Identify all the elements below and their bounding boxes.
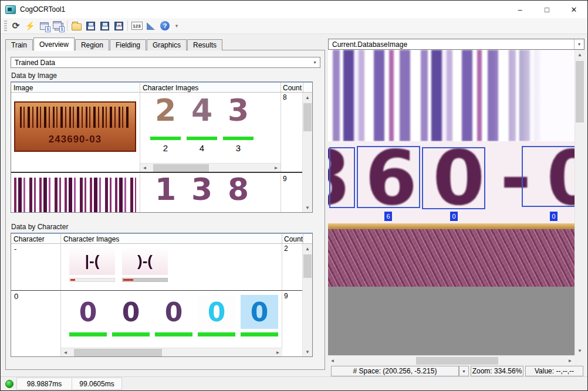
numeric-results-button[interactable]: 123	[130, 19, 144, 32]
char-sample-thumb[interactable]: 0	[112, 295, 150, 329]
scroll-down-arrow[interactable]: ▼	[303, 347, 312, 356]
badge-one: 1	[45, 26, 50, 32]
grid-vertical-scrollbar[interactable]: ▲ ▼	[302, 244, 312, 356]
green-bar	[150, 137, 181, 140]
grid-vertical-scrollbar[interactable]: ▲ ▼	[302, 93, 312, 212]
toolbar-overflow-button[interactable]: ▾	[173, 23, 180, 29]
scroll-thumb[interactable]	[153, 164, 209, 172]
scroll-up-arrow[interactable]: ▲	[303, 93, 312, 102]
image-display-frame: 860-0 6 0 0 ▲ ▼ ◄ ►	[328, 50, 584, 365]
char-result-label: 6	[384, 212, 392, 221]
char-sample-thumb[interactable]: 0	[198, 295, 235, 329]
open-file-button[interactable]	[69, 19, 83, 32]
maximize-button[interactable]: □	[533, 1, 560, 18]
texture-region	[328, 229, 575, 287]
scroll-down-arrow[interactable]: ▼	[303, 203, 312, 212]
data-by-image-label: Data by Image	[11, 72, 57, 80]
window-controls: – □ ✕	[506, 1, 587, 18]
cell-horizontal-scrollbar[interactable]: ◄ ►	[61, 348, 282, 356]
data-by-character-grid: Character Character Images Count - |-( )…	[11, 233, 313, 357]
arrow-mark	[119, 25, 123, 29]
column-header-character-images[interactable]: Character Images	[61, 234, 282, 243]
char-glyph[interactable]: 3	[184, 174, 220, 207]
char-sample-thumb[interactable]: )-(	[122, 247, 168, 275]
char-glyph[interactable]: 2	[147, 93, 184, 128]
tab-train[interactable]: Train	[5, 39, 33, 50]
column-header-character[interactable]: Character	[11, 234, 61, 243]
toolbar-grip	[4, 21, 7, 31]
close-button[interactable]: ✕	[560, 1, 587, 18]
export-image-button[interactable]	[111, 19, 126, 32]
char-glyph[interactable]: 3	[220, 93, 256, 128]
tab-fielding[interactable]: Fielding	[110, 39, 146, 50]
scroll-right-arrow[interactable]: ►	[272, 164, 281, 172]
table-row[interactable]: 0 0 0 0 0 0	[11, 291, 302, 356]
execution-time-2: 99.0605ms	[72, 378, 122, 390]
char-sample-thumb[interactable]: 0	[69, 295, 107, 329]
char-result-label: 0	[450, 212, 458, 221]
column-header-image[interactable]: Image	[11, 83, 140, 92]
run-once-button[interactable]: ⚡	[23, 19, 37, 32]
table-row[interactable]: 243690-03 2 4 3	[11, 93, 302, 173]
char-sample-thumb[interactable]: 0	[241, 295, 278, 329]
column-header-count[interactable]: Count	[281, 83, 303, 92]
image-display-canvas[interactable]: 860-0 6 0 0	[328, 50, 575, 355]
char-box-0	[522, 146, 575, 207]
barcode-thumbnail[interactable]: 243690-03	[14, 101, 136, 152]
column-header-count[interactable]: Count	[282, 234, 303, 243]
scroll-thumb[interactable]	[416, 357, 498, 365]
char-sample-thumb[interactable]: 0	[155, 295, 192, 329]
scroll-left-arrow[interactable]: ◄	[140, 164, 149, 172]
barcode-caption: 243690-03	[15, 134, 135, 145]
scroll-left-arrow[interactable]: ◄	[328, 356, 337, 366]
cell-horizontal-scrollbar[interactable]: ◄ ►	[140, 163, 281, 172]
save-button[interactable]	[83, 19, 97, 32]
numeric-icon: 123	[131, 22, 143, 30]
trained-data-select[interactable]: Trained Data ▾	[11, 57, 320, 68]
open-tool-window-button[interactable]: 1	[37, 19, 51, 32]
scroll-up-arrow[interactable]: ▲	[575, 50, 584, 59]
scroll-up-arrow[interactable]: ▲	[303, 244, 312, 253]
count-value: 8	[281, 93, 302, 102]
space-dropdown-button[interactable]: ▾	[459, 366, 469, 376]
char-glyph[interactable]: 8	[220, 174, 256, 207]
scroll-left-arrow[interactable]: ◄	[61, 348, 70, 356]
minimize-button[interactable]: –	[506, 1, 533, 18]
tab-region[interactable]: Region	[75, 39, 109, 50]
scroll-right-arrow[interactable]: ►	[273, 348, 282, 356]
char-glyph[interactable]: 4	[184, 93, 220, 128]
scroll-right-arrow[interactable]: ►	[566, 356, 575, 366]
tab-graphics[interactable]: Graphics	[147, 39, 187, 50]
canvas-horizontal-scrollbar[interactable]: ◄ ►	[328, 355, 575, 365]
save-as-button[interactable]	[97, 19, 111, 32]
scroll-thumb[interactable]	[576, 61, 584, 123]
scroll-thumb[interactable]	[303, 254, 312, 278]
column-header-character-images[interactable]: Character Images	[140, 83, 281, 92]
table-row[interactable]: 1 3 8 9	[11, 174, 302, 212]
table-row[interactable]: - |-( )-( 2	[11, 244, 302, 291]
help-icon: ?	[160, 21, 170, 30]
scroll-down-arrow[interactable]: ▼	[575, 346, 584, 355]
green-bar	[223, 137, 254, 140]
grid-header: Character Character Images Count	[11, 233, 312, 244]
canvas-vertical-scrollbar[interactable]: ▲ ▼	[575, 50, 584, 355]
scroll-thumb[interactable]	[303, 103, 312, 131]
scroll-thumb[interactable]	[74, 349, 162, 356]
tab-overview[interactable]: Overview	[33, 38, 75, 50]
image-cell: 243690-03	[11, 93, 140, 172]
green-bar	[69, 332, 107, 336]
help-button[interactable]: ?	[158, 19, 172, 32]
open-tool-group-button[interactable]: 1	[51, 19, 65, 32]
char-box-0	[422, 147, 485, 209]
char-glyph[interactable]: 1	[147, 174, 184, 207]
char-sample-thumb[interactable]: |-(	[69, 247, 115, 275]
barcode-thumbnail[interactable]	[14, 178, 136, 212]
scrollbar-corner	[575, 355, 584, 365]
character-images-cell: 0 0 0 0 0	[61, 291, 282, 356]
tab-results[interactable]: Results	[187, 39, 222, 50]
run-continuous-button[interactable]: ⟳	[9, 19, 23, 32]
image-source-select[interactable]: Current.DatabaseImage ▾	[328, 39, 584, 50]
angle-tool-button[interactable]	[144, 19, 158, 32]
green-bar	[187, 137, 217, 140]
space-coordinates: # Space: (200.256, -5.215)	[331, 366, 459, 376]
